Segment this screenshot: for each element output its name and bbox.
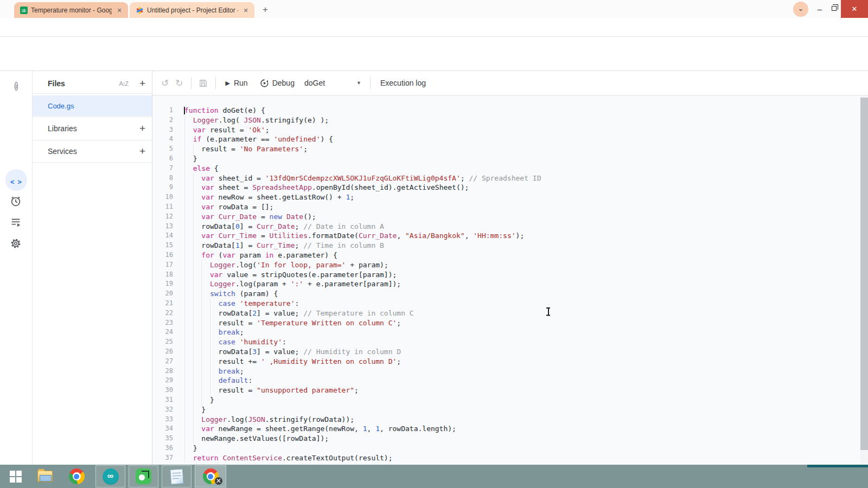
taskbar-chrome-active[interactable] <box>195 465 226 487</box>
code-line[interactable]: 19 Logger.log(param + ':' + e.parameter[… <box>152 279 868 289</box>
code-line[interactable]: 32 } <box>152 405 868 415</box>
code-line[interactable]: 22 rowData[2] = value; // Temperature in… <box>152 309 868 318</box>
code-line[interactable]: 36 } <box>152 444 868 453</box>
line-number[interactable]: 17 <box>152 260 173 270</box>
run-button[interactable]: Run <box>234 79 248 87</box>
code-line[interactable]: 11 var rowData = []; <box>152 202 868 212</box>
line-number[interactable]: 5 <box>152 144 173 154</box>
code-line[interactable]: 1function doGet(e) { <box>152 106 868 115</box>
services-section[interactable]: Services + <box>33 140 152 162</box>
line-number[interactable]: 24 <box>152 328 173 337</box>
line-number[interactable]: 34 <box>152 424 173 434</box>
taskbar-notepad[interactable] <box>162 465 192 487</box>
line-number[interactable]: 32 <box>152 405 173 415</box>
code-line[interactable]: 30 result = "unsupported parameter"; <box>152 386 868 395</box>
code-line[interactable]: 3 var result = 'Ok'; <box>152 125 868 135</box>
tab-close-icon[interactable]: ✕ <box>241 6 250 15</box>
debug-button[interactable]: Debug <box>272 79 295 87</box>
line-number[interactable]: 21 <box>152 299 173 309</box>
code-line[interactable]: 18 var value = stripQuotes(e.parameter[p… <box>152 270 868 280</box>
tab-search-icon[interactable]: ⌄ <box>793 2 808 17</box>
taskbar-arduino-ide[interactable]: ∞ <box>95 465 125 487</box>
line-number[interactable]: 8 <box>152 174 173 183</box>
function-selector[interactable]: doGet <box>304 79 325 87</box>
line-number[interactable]: 26 <box>152 347 173 357</box>
line-number[interactable]: 30 <box>152 386 173 395</box>
code-line[interactable]: 17 Logger.log('In for loop, param=' + pa… <box>152 260 868 270</box>
line-number[interactable]: 2 <box>152 115 173 125</box>
taskbar-chrome[interactable] <box>63 465 90 487</box>
code-line[interactable]: 6 } <box>152 154 868 164</box>
line-number[interactable]: 13 <box>152 222 173 232</box>
window-restore-button[interactable] <box>832 6 837 11</box>
line-number[interactable]: 28 <box>152 367 173 376</box>
code-line[interactable]: 34 var newRange = sheet.getRange(newRow,… <box>152 424 868 434</box>
executions-icon[interactable] <box>10 216 23 229</box>
code-line[interactable]: 28 break; <box>152 367 868 376</box>
line-number[interactable]: 31 <box>152 395 173 405</box>
code-line[interactable]: 9 var sheet = SpreadsheetApp.openById(sh… <box>152 183 868 192</box>
code-line[interactable]: 31 } <box>152 395 868 405</box>
browser-tab-apps-script[interactable]: Untitled project - Project Editor - ✕ <box>130 2 254 18</box>
code-line[interactable]: 27 result += ' ,Humidity Written on colu… <box>152 357 868 367</box>
sort-files-icon[interactable]: A↕Z <box>119 80 128 87</box>
window-minimize-button[interactable]: – <box>813 4 827 14</box>
code-line[interactable]: 4 if (e.parameter == 'undefined') { <box>152 134 868 144</box>
undo-icon[interactable]: ↺ <box>161 78 169 89</box>
line-number[interactable]: 11 <box>152 202 173 212</box>
code-line[interactable]: 15 rowData[1] = Curr_Time; // Time in co… <box>152 241 868 251</box>
line-number[interactable]: 18 <box>152 270 173 280</box>
line-number[interactable]: 19 <box>152 279 173 289</box>
redo-icon[interactable]: ↻ <box>175 78 183 89</box>
code-line[interactable]: 5 result = 'No Parameters'; <box>152 144 868 154</box>
line-number[interactable]: 16 <box>152 251 173 260</box>
editor-scrollbar-thumb[interactable] <box>860 98 868 450</box>
run-icon[interactable]: ▶ <box>226 80 230 87</box>
line-number[interactable]: 35 <box>152 434 173 444</box>
code-line[interactable]: 29 default: <box>152 376 868 386</box>
code-line[interactable]: 12 var Curr_Date = new Date(); <box>152 212 868 222</box>
add-file-icon[interactable]: + <box>139 78 145 89</box>
line-number[interactable]: 33 <box>152 415 173 425</box>
code-line[interactable]: 24 break; <box>152 328 868 337</box>
code-editor[interactable]: 1function doGet(e) {2 Logger.log( JSON.s… <box>152 95 868 465</box>
window-close-button[interactable]: ✕ <box>841 0 868 18</box>
code-line[interactable]: 7 else { <box>152 164 868 174</box>
code-line[interactable]: 13 rowData[0] = Curr_Date; // Date in co… <box>152 222 868 232</box>
code-line[interactable]: 23 result = 'Temperature Written on colu… <box>152 318 868 328</box>
code-line[interactable]: 33 Logger.log(JSON.stringify(rowData)); <box>152 415 868 425</box>
line-number[interactable]: 20 <box>152 289 173 299</box>
line-number[interactable]: 10 <box>152 192 173 202</box>
line-number[interactable]: 37 <box>152 453 173 463</box>
add-library-icon[interactable]: + <box>139 123 145 134</box>
overview-info-icon[interactable]: i <box>10 81 23 94</box>
execution-log-button[interactable]: Execution log <box>380 79 426 87</box>
code-line[interactable]: 14 var Curr_Time = Utilities.formatDate(… <box>152 231 868 241</box>
code-line[interactable]: 8 var sheet_id = '13fdQmrSCdempzcXWL5OKJ… <box>152 174 868 183</box>
taskbar-file-explorer[interactable] <box>31 465 59 487</box>
tab-close-icon[interactable]: ✕ <box>115 6 124 15</box>
line-number[interactable]: 29 <box>152 376 173 386</box>
function-selector-caret-icon[interactable]: ▼ <box>356 80 361 86</box>
code-line[interactable]: 21 case 'temperature': <box>152 299 868 309</box>
new-tab-button[interactable]: + <box>263 4 268 15</box>
code-line[interactable]: 25 case 'humidity': <box>152 337 868 347</box>
line-number[interactable]: 1 <box>152 106 173 115</box>
editor-code-icon[interactable]: < > <box>10 176 23 189</box>
line-number[interactable]: 15 <box>152 241 173 251</box>
code-line[interactable]: 35 newRange.setValues([rowData]); <box>152 434 868 444</box>
triggers-clock-icon[interactable] <box>10 195 23 208</box>
code-line[interactable]: 2 Logger.log( JSON.stringify(e) ); <box>152 115 868 125</box>
line-number[interactable]: 4 <box>152 134 173 144</box>
code-line[interactable]: 37 return ContentService.createTextOutpu… <box>152 453 868 463</box>
line-number[interactable]: 23 <box>152 318 173 328</box>
start-button[interactable] <box>3 465 28 487</box>
code-line[interactable]: 16 for (var param in e.parameter) { <box>152 251 868 260</box>
libraries-section[interactable]: Libraries + <box>33 117 152 139</box>
code-line[interactable]: 20 switch (param) { <box>152 289 868 299</box>
line-number[interactable]: 6 <box>152 154 173 164</box>
file-item-codegs[interactable]: Code.gs <box>33 95 152 116</box>
line-number[interactable]: 36 <box>152 444 173 453</box>
taskbar-screen-capture-app[interactable] <box>129 465 158 487</box>
line-number[interactable]: 7 <box>152 164 173 174</box>
